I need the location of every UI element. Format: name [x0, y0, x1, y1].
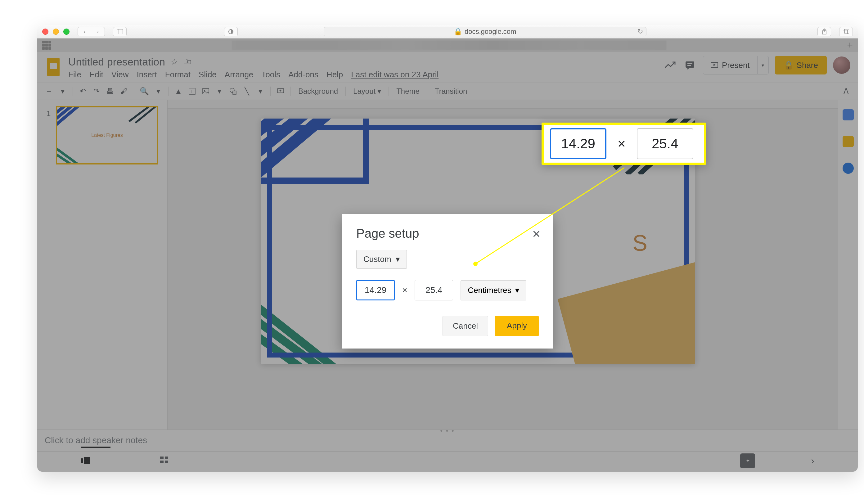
menu-tools[interactable]: Tools — [261, 70, 280, 80]
share-button[interactable]: 🔒 Share — [775, 56, 827, 74]
new-slide-button[interactable]: ＋ — [44, 86, 55, 97]
print-button[interactable]: 🖶 — [105, 86, 116, 97]
svg-rect-43 — [165, 457, 168, 459]
callout-height: 25.4 — [637, 128, 693, 159]
present-label: Present — [722, 61, 750, 70]
menu-addons[interactable]: Add-ons — [288, 70, 319, 80]
callout-connector — [469, 165, 631, 270]
zoom-button[interactable]: 🔍 — [139, 86, 150, 97]
doc-header: Untitled presentation ☆ File Edit View I… — [37, 52, 858, 80]
keep-addon-icon[interactable] — [843, 136, 854, 147]
drag-handle-icon[interactable]: ● ● ● — [440, 428, 455, 433]
share-label: Share — [797, 61, 818, 70]
height-input[interactable] — [415, 280, 453, 300]
present-dropdown[interactable]: ▾ — [758, 56, 769, 74]
activity-icon[interactable] — [663, 58, 677, 72]
svg-rect-0 — [117, 29, 123, 34]
filmstrip-view-icon[interactable] — [81, 457, 90, 466]
new-slide-dropdown[interactable]: ▾ — [57, 86, 68, 97]
unit-dropdown[interactable]: Centimetres ▾ — [460, 280, 526, 300]
grid-view-icon[interactable] — [160, 456, 168, 466]
back-button[interactable]: ‹ — [77, 27, 91, 36]
undo-button[interactable]: ↶ — [77, 86, 88, 97]
star-icon[interactable]: ☆ — [171, 57, 178, 67]
svg-text:+: + — [279, 88, 281, 93]
lock-icon: 🔒 — [784, 61, 794, 70]
menu-format[interactable]: Format — [165, 70, 191, 80]
tab-strip: + — [37, 38, 858, 52]
shape-tool[interactable] — [227, 86, 239, 97]
svg-marker-14 — [713, 64, 716, 66]
collapse-toolbar-button[interactable]: ᐱ — [840, 86, 852, 97]
speaker-notes[interactable]: ● ● ● Click to add speaker notes — [37, 430, 858, 451]
cancel-button[interactable]: Cancel — [443, 316, 488, 336]
select-tool[interactable]: ▲ — [173, 86, 184, 97]
close-window-button[interactable] — [42, 28, 48, 35]
image-tool[interactable] — [200, 86, 211, 97]
svg-text:T: T — [191, 89, 193, 94]
comments-icon[interactable] — [683, 58, 697, 72]
explore-button[interactable]: ✦ — [740, 453, 755, 468]
menu-edit[interactable]: Edit — [89, 70, 103, 80]
filmstrip: 1 Latest Figures — [37, 100, 168, 430]
calendar-addon-icon[interactable] — [843, 109, 854, 120]
transition-button[interactable]: Transition — [432, 87, 470, 96]
browser-toolbar: ‹ › 🔒 docs.google.com ↻ — [37, 25, 858, 38]
move-icon[interactable] — [183, 57, 191, 67]
paint-format-button[interactable]: 🖌 — [118, 86, 129, 97]
sidebar-button[interactable] — [113, 27, 127, 36]
menu-file[interactable]: File — [68, 70, 81, 80]
comment-button[interactable]: + — [275, 86, 286, 97]
apps-grid-icon[interactable] — [42, 41, 51, 50]
tabs-button[interactable] — [839, 27, 853, 36]
svg-rect-17 — [203, 88, 209, 94]
new-tab-button[interactable]: + — [847, 39, 853, 51]
avatar[interactable] — [833, 57, 850, 74]
size-preset-label: Custom — [363, 254, 391, 264]
width-input[interactable] — [356, 280, 395, 300]
svg-point-18 — [204, 90, 205, 91]
toolbar: ＋ ▾ ↶ ↷ 🖶 🖌 🔍 ▾ ▲ T ▾ ╲ ▾ + Background L… — [37, 83, 858, 100]
safari-window: ‹ › 🔒 docs.google.com ↻ + — [37, 25, 858, 472]
doc-title[interactable]: Untitled presentation — [68, 56, 165, 68]
reload-icon[interactable]: ↻ — [637, 28, 643, 36]
speaker-notes-placeholder: Click to add speaker notes — [45, 435, 147, 445]
address-bar[interactable]: 🔒 docs.google.com ↻ — [324, 27, 646, 36]
slides-logo-icon[interactable] — [45, 56, 62, 78]
zoom-dropdown[interactable]: ▾ — [153, 86, 164, 97]
last-edit-link[interactable]: Last edit was on 23 April — [351, 70, 439, 80]
layout-button[interactable]: Layout ▾ — [350, 87, 384, 96]
share-browser-button[interactable] — [817, 27, 831, 36]
menu-arrange[interactable]: Arrange — [225, 70, 254, 80]
svg-marker-10 — [687, 68, 690, 70]
present-icon — [711, 62, 718, 68]
svg-rect-45 — [165, 460, 168, 463]
chevron-down-icon: ▾ — [396, 254, 400, 264]
tasks-addon-icon[interactable] — [843, 163, 854, 174]
size-preset-dropdown[interactable]: Custom ▾ — [356, 250, 407, 269]
apply-button[interactable]: Apply — [495, 316, 539, 336]
slide-title-fragment: S — [633, 230, 649, 256]
theme-button[interactable]: Theme — [393, 87, 423, 96]
image-dropdown[interactable]: ▾ — [214, 86, 225, 97]
background-button[interactable]: Background — [295, 87, 341, 96]
expand-chevron-icon[interactable]: › — [811, 455, 814, 466]
svg-rect-6 — [844, 29, 849, 33]
menu-view[interactable]: View — [111, 70, 129, 80]
line-tool[interactable]: ╲ — [241, 86, 252, 97]
menu-insert[interactable]: Insert — [137, 70, 157, 80]
svg-point-47 — [473, 262, 478, 266]
forward-button[interactable]: › — [91, 27, 105, 36]
textbox-tool[interactable]: T — [187, 86, 198, 97]
slide-thumbnail[interactable]: Latest Figures — [56, 106, 158, 165]
redo-button[interactable]: ↷ — [91, 86, 102, 97]
present-button[interactable]: Present — [703, 56, 758, 74]
minimize-window-button[interactable] — [53, 28, 59, 35]
nav-buttons: ‹ › — [77, 27, 105, 36]
maximize-window-button[interactable] — [63, 28, 70, 35]
svg-rect-40 — [81, 458, 83, 463]
menu-slide[interactable]: Slide — [199, 70, 217, 80]
line-dropdown[interactable]: ▾ — [255, 86, 266, 97]
reader-button[interactable] — [224, 27, 238, 36]
menu-help[interactable]: Help — [326, 70, 343, 80]
